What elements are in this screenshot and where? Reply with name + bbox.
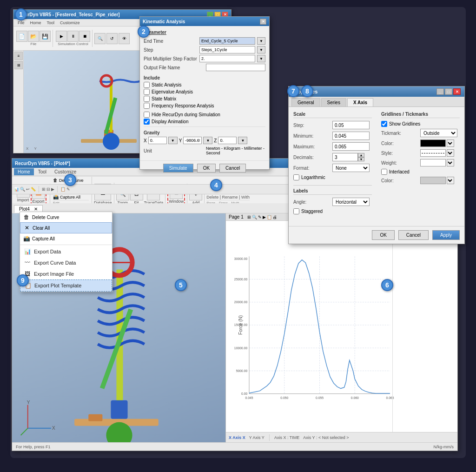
ribbon-tab-tool2[interactable]: Tool bbox=[34, 168, 50, 175]
tab-general[interactable]: General bbox=[291, 98, 320, 106]
tab-xaxis[interactable]: X Axis bbox=[347, 98, 373, 106]
sidebar-btn-1[interactable]: ≡ bbox=[14, 52, 23, 60]
minimum-input[interactable] bbox=[332, 132, 370, 140]
staggered-check[interactable] bbox=[293, 208, 299, 214]
kin-close-btn[interactable]: ✕ bbox=[260, 19, 266, 25]
state-matrix-row: State Matrix bbox=[144, 96, 265, 102]
plot4-close[interactable]: ✕ bbox=[34, 206, 38, 212]
kinematic-footer: Simulate OK Cancel bbox=[140, 160, 269, 175]
interlaced-check[interactable] bbox=[381, 169, 387, 175]
status-bar: For Help, press F1 N/kg-mm/s bbox=[12, 442, 457, 451]
frequency-check[interactable] bbox=[144, 103, 150, 109]
gravity-z-btn[interactable]: ▼ bbox=[238, 137, 247, 144]
logarithmic-row: Logarithmic bbox=[293, 174, 372, 180]
ribbon-tab-customize[interactable]: Customize bbox=[58, 20, 82, 26]
tickmark-select[interactable]: Outside Inside Both None bbox=[420, 129, 457, 137]
stop-btn[interactable]: ⏹ bbox=[79, 31, 90, 42]
chart-icon-3[interactable]: ✎ bbox=[258, 215, 262, 219]
chart-icon-5[interactable]: 📋 bbox=[267, 215, 272, 219]
display-animation-check[interactable] bbox=[144, 119, 150, 125]
ribbon-tab-tool[interactable]: Tool bbox=[45, 20, 57, 26]
eigenvalue-check[interactable] bbox=[144, 89, 150, 95]
gravity-y[interactable] bbox=[183, 137, 202, 144]
parameter-heading: Parameter bbox=[144, 30, 265, 35]
decimals-input[interactable] bbox=[332, 153, 358, 161]
step-input[interactable] bbox=[199, 46, 255, 53]
step-row: Step ▼ bbox=[144, 46, 265, 53]
scale-section: Scale Step: Minimum: Maximum: Decimals: … bbox=[293, 112, 372, 216]
props-min-btn[interactable]: _ bbox=[436, 88, 444, 95]
chart-icon-4[interactable]: ▶ bbox=[263, 215, 266, 219]
decimals-down[interactable]: ▼ bbox=[358, 157, 364, 161]
weight-swatch[interactable] bbox=[420, 159, 446, 166]
open-btn[interactable]: 📂 bbox=[28, 31, 39, 42]
step-prop-input[interactable] bbox=[332, 121, 370, 129]
weight-dropdown[interactable]: ▼ bbox=[447, 159, 454, 166]
chart-icon-1[interactable]: ⊞ bbox=[247, 215, 251, 219]
ribbon-tab-customize2[interactable]: Customize bbox=[51, 168, 80, 175]
style-dropdown[interactable]: ▼ bbox=[447, 149, 454, 157]
ribbon-tab-home[interactable]: Home bbox=[28, 20, 44, 26]
style-swatch[interactable] bbox=[420, 149, 446, 157]
maximum-row: Maximum: bbox=[293, 142, 372, 151]
x-axis-x-btn[interactable]: X Axis X bbox=[229, 435, 245, 440]
zoom-btn[interactable]: 🔍 bbox=[94, 33, 106, 44]
chart-icon-2[interactable]: 🔍 bbox=[252, 215, 257, 219]
color1-strip[interactable] bbox=[420, 140, 446, 147]
ribbon-tab-home[interactable]: Home bbox=[14, 168, 34, 175]
maximum-input[interactable] bbox=[332, 142, 370, 151]
capture-all-menu-item[interactable]: 📸 Capture All bbox=[20, 233, 112, 244]
tab-series[interactable]: Series bbox=[321, 98, 346, 106]
static-analysis-check[interactable] bbox=[144, 82, 150, 88]
color2-strip[interactable] bbox=[420, 177, 446, 184]
gravity-z[interactable] bbox=[218, 137, 237, 144]
export-plot-template-item[interactable]: 📋 Export Plot Template bbox=[20, 279, 112, 292]
output-file-row: Output File Name bbox=[144, 64, 265, 71]
plot-mult-input[interactable] bbox=[199, 55, 255, 62]
hide-recurdyn-check[interactable] bbox=[144, 112, 150, 118]
gravity-y-btn[interactable]: ▼ bbox=[203, 137, 212, 144]
rotate-btn[interactable]: ↺ bbox=[106, 33, 118, 44]
end-time-input[interactable] bbox=[199, 37, 255, 45]
props-cancel-btn[interactable]: Cancel bbox=[398, 230, 429, 240]
color1-dropdown[interactable]: ▼ bbox=[447, 140, 454, 147]
plot-mult-btn[interactable]: ▼ bbox=[257, 55, 265, 62]
new-btn[interactable]: 📄 bbox=[16, 31, 27, 42]
clear-all-menu-item[interactable]: ✕ Clear All bbox=[20, 222, 112, 233]
format-row: Format: None Scientific Fixed bbox=[293, 164, 372, 172]
pause-btn[interactable]: ⏸ bbox=[67, 31, 79, 42]
y-axis-y-btn[interactable]: Y Axis Y bbox=[249, 435, 264, 440]
gravity-row: X ▼ Y ▼ Z ▼ bbox=[144, 137, 265, 144]
chart-icon-6[interactable]: 🖨 bbox=[273, 215, 277, 219]
end-time-btn[interactable]: ▼ bbox=[257, 37, 265, 45]
format-select[interactable]: None Scientific Fixed bbox=[332, 164, 370, 172]
logarithmic-check[interactable] bbox=[293, 174, 299, 180]
decimals-up[interactable]: ▲ bbox=[358, 153, 364, 157]
interlaced-row: Interlaced bbox=[381, 169, 460, 175]
output-file-input[interactable] bbox=[206, 64, 265, 71]
show-gridlines-check[interactable] bbox=[381, 121, 387, 127]
color2-dropdown[interactable]: ▼ bbox=[447, 177, 454, 184]
gravity-x-btn[interactable]: ▼ bbox=[168, 137, 178, 144]
gravity-x[interactable] bbox=[148, 137, 167, 144]
save-btn[interactable]: 💾 bbox=[40, 31, 51, 42]
export-data-item[interactable]: 📊 Export Data bbox=[20, 246, 112, 257]
props-ok-btn[interactable]: OK bbox=[372, 230, 394, 240]
play-btn[interactable]: ▶ bbox=[56, 31, 67, 42]
simulate-btn[interactable]: Simulate bbox=[163, 164, 193, 173]
ribbon-tab-file[interactable]: File bbox=[15, 20, 27, 26]
step-btn[interactable]: ▼ bbox=[257, 46, 265, 53]
export-image-file-item[interactable]: 🖼 Export Image File bbox=[20, 268, 112, 279]
props-max-btn[interactable]: □ bbox=[445, 88, 452, 95]
ok-btn[interactable]: OK bbox=[197, 164, 216, 173]
minimum-row: Minimum: bbox=[293, 132, 372, 140]
angle-select[interactable]: Horizontal Vertical Diagonal bbox=[332, 198, 370, 206]
export-curve-data-item[interactable]: 〰 Export Curve Data bbox=[20, 257, 112, 268]
view-btn[interactable]: 👁 bbox=[119, 33, 130, 44]
delete-curve-menu-item[interactable]: 🗑 Delete Curve bbox=[20, 212, 112, 222]
cancel-btn[interactable]: Cancel bbox=[219, 164, 246, 173]
props-apply-btn[interactable]: Apply bbox=[432, 230, 460, 240]
props-close-btn[interactable]: ✕ bbox=[453, 88, 461, 95]
sidebar-btn-2[interactable]: ⊞ bbox=[14, 61, 23, 69]
state-matrix-check[interactable] bbox=[144, 96, 150, 102]
